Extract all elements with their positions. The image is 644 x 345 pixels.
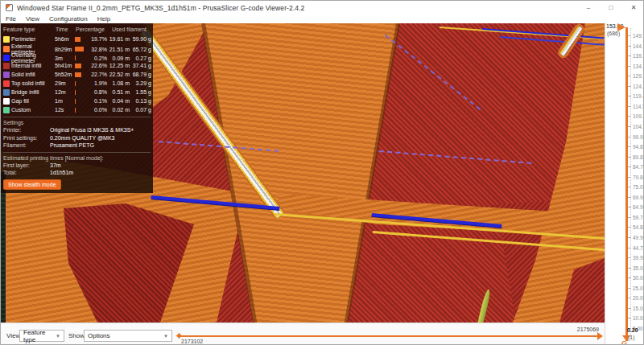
legend-panel: Feature type Time Percentage Used filame… — [1, 23, 153, 193]
layer-tick: 39.95 — [628, 255, 644, 261]
feature-time: 12s — [55, 107, 74, 113]
feature-length: 21.51 m — [108, 47, 130, 52]
menu-help[interactable]: Help — [93, 15, 115, 23]
show-options-value: Options — [88, 332, 110, 339]
legend-row[interactable]: Bridge infill12m0.8%0.51 m1.55 g — [3, 88, 151, 97]
feature-time: 3m — [55, 55, 74, 61]
move-slider-start-handle[interactable] — [176, 333, 182, 339]
layer-tick: 119.45 — [628, 93, 644, 99]
view-type-select[interactable]: Feature type ▼ — [19, 330, 64, 342]
legend-separator — [3, 152, 151, 153]
layer-tick-label: 89.85 — [633, 154, 644, 160]
layer-tick: 15.00 — [628, 306, 644, 311]
layer-tick-mark — [628, 157, 631, 158]
chevron-down-icon: ▼ — [56, 334, 60, 339]
move-slider-end-handle[interactable] — [597, 332, 603, 340]
feature-color-swatch — [3, 98, 10, 105]
layer-tick-label: 99.95 — [633, 134, 644, 140]
setting-row-value: Prusament PETG — [50, 142, 94, 148]
show-stealth-mode-button[interactable]: Show stealth mode — [3, 179, 61, 190]
setting-row: Filament:Prusament PETG — [3, 142, 151, 150]
percentage-bar-fill — [75, 72, 81, 77]
feature-color-swatch — [3, 80, 10, 87]
legend-row[interactable]: Solid infill5h52m22.7%22.52 m68.79 g — [3, 70, 151, 79]
layer-tick-label: 25.00 — [633, 285, 644, 291]
header-used-filament: Used filament — [112, 27, 151, 32]
legend-row[interactable]: Overhang perimeter3m0.2%0.09 m0.27 g — [3, 52, 151, 61]
legend-rows: Perimeter5h6m19.7%19.61 m59.90 gExternal… — [3, 35, 151, 114]
layer-slider-handle-top[interactable] — [617, 23, 625, 31]
layer-tick-label: 149.75 — [633, 33, 644, 39]
feature-weight: 59.90 g — [130, 36, 151, 42]
feature-length: 22.52 m — [108, 72, 130, 77]
layer-tick-mark — [628, 66, 631, 67]
settings-rows: Printer:Original Prusa i3 MK3S & MK3S+Pr… — [3, 126, 151, 150]
layer-tick: 114.55 — [628, 104, 644, 109]
feature-time: 12m — [55, 89, 74, 95]
feature-weight: 37.41 g — [130, 63, 151, 68]
times-rows: First layer:37mTotal:1d1h51m — [3, 162, 151, 177]
layer-tick: 75.00 — [628, 184, 644, 190]
maximize-button[interactable]: □ — [600, 1, 622, 14]
layer-tick-mark — [628, 46, 631, 47]
feature-time: 29m — [55, 80, 74, 86]
close-button[interactable]: ✕ — [622, 1, 644, 14]
layer-tick: 20.00 — [628, 295, 644, 301]
legend-row[interactable]: Perimeter5h6m19.7%19.61 m59.90 g — [3, 35, 151, 43]
move-slider-track[interactable] — [180, 335, 598, 337]
legend-row[interactable]: Internal infill5h41m22.6%12.25 m37.41 g — [3, 61, 151, 70]
feature-label: Overhang perimeter — [11, 52, 54, 64]
layer-tick-mark — [628, 217, 631, 218]
feature-time: 1m — [55, 98, 74, 104]
feature-weight: 1.55 g — [130, 89, 151, 95]
feature-weight: 0.07 g — [130, 107, 151, 113]
feature-color-swatch — [3, 107, 10, 113]
bottom-toolbar: View Feature type ▼ Show Options ▼ 21750… — [1, 322, 605, 345]
menu-view[interactable]: View — [21, 15, 44, 23]
layer-tick: 35.00 — [628, 265, 644, 271]
legend-row[interactable]: Gap fill1m0.1%0.04 m0.13 g — [3, 97, 151, 105]
feature-label: Solid infill — [11, 72, 54, 77]
layer-tick-mark — [628, 277, 631, 278]
percentage-bar — [75, 90, 89, 95]
layer-tick-mark — [628, 55, 631, 56]
feature-label: Top solid infill — [11, 80, 54, 86]
percentage-bar-fill — [75, 55, 76, 60]
feature-weight: 0.27 g — [130, 55, 151, 61]
time-row-value: 37m — [50, 162, 61, 168]
percentage-bar — [75, 55, 89, 60]
legend-row[interactable]: Custom12s0.0%0.02 m0.07 g — [3, 105, 151, 114]
gcode-viewport[interactable]: Feature type Time Percentage Used filame… — [1, 23, 605, 322]
percentage-bar — [75, 81, 89, 86]
layer-tick-label: 54.85 — [633, 224, 644, 230]
layer-tick: 134.75 — [628, 64, 644, 69]
menu-file[interactable]: File — [1, 15, 21, 23]
percentage-bar — [75, 64, 89, 68]
feature-color-swatch — [3, 72, 10, 78]
layer-tick: 54.85 — [628, 224, 644, 230]
layer-tick: 44.75 — [628, 245, 644, 251]
layer-tick: 10.00 — [628, 315, 644, 321]
legend-row[interactable]: Top solid infill29m1.9%1.08 m3.29 g — [3, 79, 151, 88]
percentage-bar-fill — [75, 90, 76, 95]
feature-percent: 1.9% — [90, 80, 107, 86]
chevron-down-icon: ▼ — [163, 334, 168, 339]
layer-tick-label: 134.75 — [633, 64, 644, 69]
layer-tick-mark — [628, 268, 631, 269]
layer-tick: 104.55 — [628, 124, 644, 129]
percentage-bar — [75, 72, 89, 77]
minimize-button[interactable]: – — [577, 1, 600, 14]
app-icon — [6, 4, 13, 11]
feature-color-swatch — [3, 63, 10, 69]
layer-tick-mark — [628, 298, 631, 298]
layer-tick-label: 129.75 — [633, 73, 644, 79]
layer-tick-label: 10.00 — [633, 315, 644, 321]
show-options-select[interactable]: Options ▼ — [84, 330, 172, 342]
layer-tick-mark — [628, 126, 631, 127]
legend-row[interactable]: External perimeter8h29m32.8%21.51 m65.72… — [3, 43, 151, 52]
percentage-bar — [75, 99, 89, 104]
setting-row: Print settings:0.20mm QUALITY @MK3 — [3, 134, 151, 142]
layer-tick-mark — [628, 146, 631, 147]
menu-configuration[interactable]: Configuration — [44, 15, 93, 23]
layer-slider-min-height: 0.20 — [627, 327, 638, 333]
